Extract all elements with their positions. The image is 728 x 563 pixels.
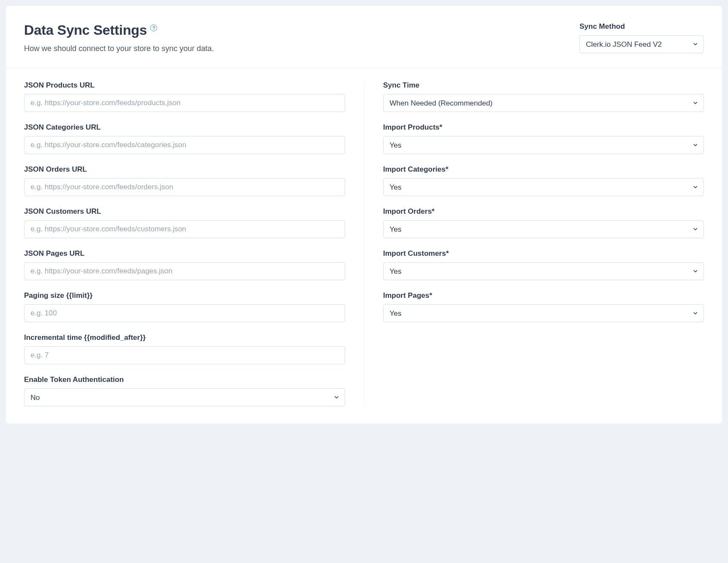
token-auth-group: Enable Token Authentication No (24, 375, 345, 406)
categories-url-group: JSON Categories URL (24, 123, 345, 154)
paging-size-label: Paging size {{limit}} (24, 291, 345, 300)
import-products-select[interactable]: Yes (383, 136, 704, 154)
customers-url-input[interactable] (24, 220, 345, 238)
import-orders-select[interactable]: Yes (383, 220, 704, 238)
pages-url-label: JSON Pages URL (24, 249, 345, 258)
products-url-input[interactable] (24, 94, 345, 112)
page-title: Data Sync Settings (24, 22, 147, 38)
customers-url-group: JSON Customers URL (24, 207, 345, 238)
settings-card: Data Sync Settings ? How we should conne… (6, 6, 722, 424)
import-products-group: Import Products* Yes (383, 123, 704, 154)
products-url-label: JSON Products URL (24, 81, 345, 90)
products-url-group: JSON Products URL (24, 81, 345, 112)
paging-size-group: Paging size {{limit}} (24, 291, 345, 322)
import-orders-group: Import Orders* Yes (383, 207, 704, 238)
import-categories-select[interactable]: Yes (383, 178, 704, 196)
token-auth-select[interactable]: No (24, 388, 345, 406)
card-header: Data Sync Settings ? How we should conne… (6, 6, 722, 68)
sync-time-label: Sync Time (383, 81, 704, 90)
import-pages-label: Import Pages* (383, 291, 704, 300)
header-left: Data Sync Settings ? How we should conne… (24, 22, 579, 53)
sync-method-label: Sync Method (579, 22, 704, 31)
import-customers-group: Import Customers* Yes (383, 249, 704, 280)
column-left: JSON Products URL JSON Categories URL JS… (24, 81, 364, 406)
orders-url-group: JSON Orders URL (24, 165, 345, 196)
import-customers-label: Import Customers* (383, 249, 704, 258)
title-row: Data Sync Settings ? (24, 22, 579, 38)
token-auth-label: Enable Token Authentication (24, 375, 345, 384)
incremental-time-input[interactable] (24, 346, 345, 364)
paging-size-input[interactable] (24, 304, 345, 322)
import-customers-select[interactable]: Yes (383, 262, 704, 280)
sync-time-group: Sync Time When Needed (Recommended) (383, 81, 704, 112)
pages-url-input[interactable] (24, 262, 345, 280)
column-right: Sync Time When Needed (Recommended) Impo… (364, 81, 704, 406)
import-pages-group: Import Pages* Yes (383, 291, 704, 322)
sync-time-select[interactable]: When Needed (Recommended) (383, 94, 704, 112)
categories-url-input[interactable] (24, 136, 345, 154)
card-body: JSON Products URL JSON Categories URL JS… (6, 68, 722, 424)
sync-method-select[interactable]: Clerk.io JSON Feed V2 (579, 35, 704, 53)
help-icon[interactable]: ? (150, 24, 157, 31)
pages-url-group: JSON Pages URL (24, 249, 345, 280)
orders-url-label: JSON Orders URL (24, 165, 345, 174)
page-subtitle: How we should connect to your store to s… (24, 44, 579, 53)
import-orders-label: Import Orders* (383, 207, 704, 216)
categories-url-label: JSON Categories URL (24, 123, 345, 132)
incremental-time-group: Incremental time {{modified_after}} (24, 333, 345, 364)
customers-url-label: JSON Customers URL (24, 207, 345, 216)
header-right: Sync Method Clerk.io JSON Feed V2 (579, 22, 704, 53)
import-categories-group: Import Categories* Yes (383, 165, 704, 196)
import-pages-select[interactable]: Yes (383, 304, 704, 322)
import-products-label: Import Products* (383, 123, 704, 132)
incremental-time-label: Incremental time {{modified_after}} (24, 333, 345, 342)
import-categories-label: Import Categories* (383, 165, 704, 174)
orders-url-input[interactable] (24, 178, 345, 196)
